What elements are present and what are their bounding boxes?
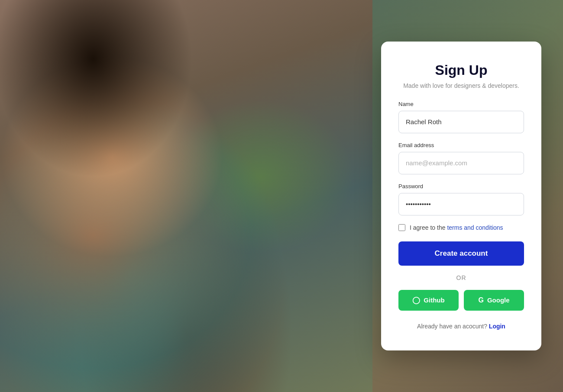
password-field-group: Password — [398, 183, 524, 215]
login-link[interactable]: Login — [489, 323, 505, 330]
terms-checkbox[interactable] — [398, 224, 405, 231]
password-label: Password — [398, 183, 524, 190]
card-header: Sign Up Made with love for designers & d… — [398, 62, 524, 90]
google-icon: G — [478, 296, 483, 304]
email-field-group: Email address — [398, 142, 524, 174]
create-account-button[interactable]: Create account — [398, 241, 524, 266]
password-input[interactable] — [398, 193, 524, 215]
name-field-group: Name — [398, 101, 524, 133]
email-input[interactable] — [398, 152, 524, 174]
signup-card: Sign Up Made with love for designers & d… — [381, 42, 541, 350]
terms-link[interactable]: terms and conditions — [447, 224, 503, 231]
google-label: Google — [487, 296, 510, 304]
name-label: Name — [398, 101, 524, 107]
page-wrapper: Sign Up Made with love for designers & d… — [0, 0, 563, 392]
social-buttons: ◯ Github G Google — [398, 290, 524, 311]
github-label: Github — [424, 296, 444, 304]
github-icon: ◯ — [412, 296, 420, 304]
login-footer: Already have an acocunt? Login — [398, 323, 524, 330]
page-subtitle: Made with love for designers & developer… — [398, 82, 524, 90]
terms-checkbox-group: I agree to the terms and conditions — [398, 224, 524, 231]
terms-label: I agree to the terms and conditions — [410, 224, 503, 231]
already-have-account-text: Already have an acocunt? — [417, 323, 487, 330]
or-divider: OR — [398, 274, 524, 281]
name-input[interactable] — [398, 111, 524, 133]
email-label: Email address — [398, 142, 524, 148]
page-title: Sign Up — [398, 62, 524, 78]
google-button[interactable]: G Google — [464, 290, 524, 311]
github-button[interactable]: ◯ Github — [398, 290, 459, 311]
